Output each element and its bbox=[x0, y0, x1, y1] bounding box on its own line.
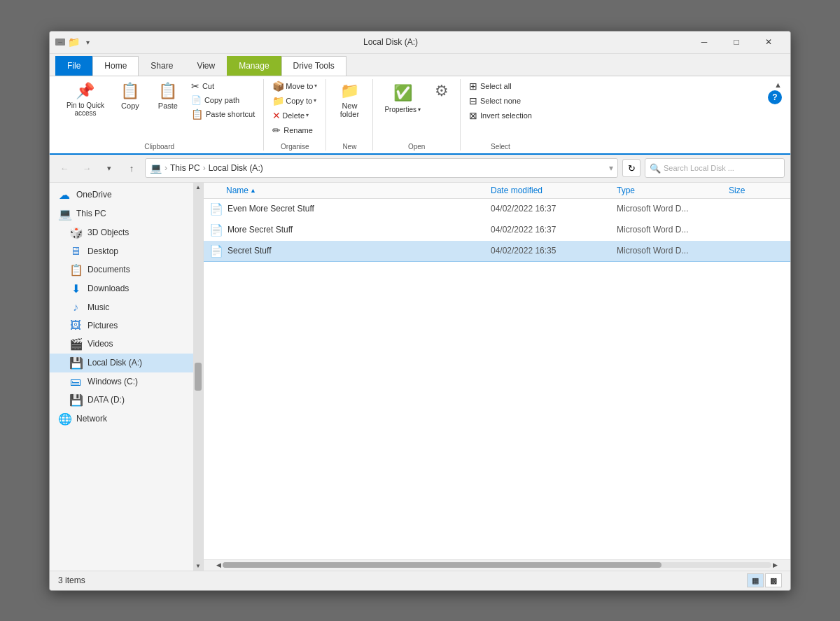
sidebar-item-downloads[interactable]: ⬇ Downloads bbox=[50, 279, 203, 298]
sidebar-item-windowsc[interactable]: 🖴 Windows (C:) bbox=[50, 372, 203, 391]
select-none-button[interactable]: ⊟ Select none bbox=[466, 94, 535, 108]
sidebar-item-music[interactable]: ♪ Music bbox=[50, 298, 203, 316]
col-header-size[interactable]: Size bbox=[729, 186, 785, 195]
help-button[interactable]: ? bbox=[768, 90, 782, 104]
hscroll-right-button[interactable]: ▶ bbox=[771, 561, 779, 568]
minimize-button[interactable]: ─ bbox=[688, 31, 720, 53]
file-type-2: Microsoft Word D... bbox=[617, 225, 729, 235]
open-content: ✅ Properties▾ ⚙ bbox=[379, 79, 454, 137]
delete-arrow-icon: ▾ bbox=[306, 112, 309, 118]
file-list: 📄 Even More Secret Stuff 04/02/2022 16:3… bbox=[204, 199, 790, 559]
col-header-name[interactable]: Name ▲ bbox=[209, 186, 491, 195]
sidebar-label-downloads: Downloads bbox=[88, 284, 129, 293]
delete-button[interactable]: ✕ Delete ▾ bbox=[270, 109, 320, 123]
properties-checkmark-icon: ✅ bbox=[393, 84, 412, 102]
sidebar-item-desktop[interactable]: 🖥 Desktop bbox=[50, 242, 203, 260]
new-folder-label: New folder bbox=[340, 102, 360, 118]
sidebar-item-onedrive[interactable]: ☁ OneDrive bbox=[50, 186, 203, 204]
status-bar: 3 items ▦ ▩ bbox=[50, 571, 790, 590]
invert-selection-button[interactable]: ⊠ Invert selection bbox=[466, 109, 535, 123]
maximize-button[interactable]: □ bbox=[720, 31, 752, 53]
properties-button[interactable]: ✅ Properties▾ bbox=[379, 79, 426, 116]
move-to-button[interactable]: 📦 Move to ▾ bbox=[270, 79, 320, 93]
select-all-button[interactable]: ⊞ Select all bbox=[466, 79, 535, 93]
pictures-icon: 🖼 bbox=[69, 319, 82, 332]
paste-shortcut-button[interactable]: 📋 Paste shortcut bbox=[188, 107, 258, 121]
forward-button[interactable]: → bbox=[78, 159, 96, 177]
titlebar-dropdown-arrow[interactable]: ▾ bbox=[82, 36, 93, 48]
hscroll-thumb[interactable] bbox=[223, 562, 662, 568]
col-header-date[interactable]: Date modified bbox=[491, 186, 617, 195]
cut-button[interactable]: ✂ Cut bbox=[188, 79, 258, 93]
table-row[interactable]: 📄 Even More Secret Stuff 04/02/2022 16:3… bbox=[204, 199, 790, 220]
window-icon: ─ bbox=[55, 39, 65, 46]
sidebar-scroll-up[interactable]: ▲ bbox=[195, 184, 201, 190]
copy-to-arrow-icon: ▾ bbox=[314, 97, 316, 104]
address-bar[interactable]: 💻 › This PC › Local Disk (A:) ▾ bbox=[145, 158, 618, 178]
table-row[interactable]: 📄 More Secret Stuff 04/02/2022 16:37 Mic… bbox=[204, 220, 790, 241]
sidebar-label-documents: Documents bbox=[88, 265, 130, 274]
network-icon: 🌐 bbox=[58, 412, 71, 426]
select-all-icon: ⊞ bbox=[469, 81, 477, 92]
breadcrumb-this-pc[interactable]: This PC bbox=[170, 163, 200, 173]
ribbon-collapse-button[interactable]: ▲ bbox=[774, 81, 782, 89]
tab-file[interactable]: File bbox=[55, 56, 92, 76]
organise-stack: 📦 Move to ▾ 📁 Copy to ▾ ✕ Delete ▾ bbox=[270, 79, 320, 137]
ribbon-group-organise: 📦 Move to ▾ 📁 Copy to ▾ ✕ Delete ▾ bbox=[264, 79, 326, 151]
open-extra-button[interactable]: ⚙ bbox=[429, 79, 454, 103]
col-header-type[interactable]: Type bbox=[617, 186, 729, 195]
up-button[interactable]: ↑ bbox=[122, 159, 141, 177]
back-button[interactable]: ← bbox=[55, 159, 74, 177]
pin-to-quick-access-button[interactable]: 📌 Pin to Quick access bbox=[61, 79, 110, 120]
sidebar-item-3dobjects[interactable]: 🎲 3D Objects bbox=[50, 223, 203, 242]
ribbon: 📌 Pin to Quick access 📋 Copy 📋 Paste ✂ bbox=[50, 76, 790, 155]
breadcrumb-local-disk[interactable]: Local Disk (A:) bbox=[209, 163, 263, 173]
status-item-count: 3 items bbox=[58, 575, 85, 585]
tab-share[interactable]: Share bbox=[139, 56, 185, 76]
tab-view[interactable]: View bbox=[185, 56, 227, 76]
sidebar-item-documents[interactable]: 📋 Documents bbox=[50, 260, 203, 279]
sidebar-label-thispc: This PC bbox=[76, 209, 106, 218]
copy-to-button[interactable]: 📁 Copy to ▾ bbox=[270, 94, 320, 108]
pin-label: Pin to Quick access bbox=[66, 102, 104, 117]
view-details-button[interactable]: ▦ bbox=[747, 573, 764, 587]
new-folder-icon: 📁 bbox=[340, 82, 359, 100]
sidebar-scroll-thumb[interactable] bbox=[195, 363, 202, 391]
titlebar-left-controls: ─ 📁 ▾ bbox=[55, 36, 93, 48]
sidebar-label-videos: Videos bbox=[88, 339, 113, 349]
hscroll-left-button[interactable]: ◀ bbox=[215, 561, 223, 568]
sidebar-item-localdiska[interactable]: 💾 Local Disk (A:) bbox=[50, 354, 203, 372]
paste-button[interactable]: 📋 Paste bbox=[150, 79, 186, 113]
downloads-icon: ⬇ bbox=[69, 282, 82, 295]
sidebar-item-thispc[interactable]: 💻 This PC bbox=[50, 204, 203, 223]
select-label: Select bbox=[466, 140, 535, 151]
select-none-icon: ⊟ bbox=[469, 95, 477, 106]
rename-button[interactable]: ✏ Rename bbox=[270, 123, 320, 137]
new-folder-button[interactable]: 📁 New folder bbox=[332, 79, 367, 121]
select-stack: ⊞ Select all ⊟ Select none ⊠ Invert sele… bbox=[466, 79, 535, 123]
sidebar-scroll-down[interactable]: ▼ bbox=[195, 563, 201, 569]
view-large-icons-button[interactable]: ▩ bbox=[765, 573, 782, 587]
sidebar-item-videos[interactable]: 🎬 Videos bbox=[50, 335, 203, 354]
search-bar[interactable]: 🔍 Search Local Disk ... bbox=[645, 158, 785, 178]
recent-locations-button[interactable]: ▾ bbox=[100, 159, 118, 177]
file-type-1: Microsoft Word D... bbox=[617, 204, 729, 214]
tab-manage[interactable]: Manage bbox=[227, 56, 281, 76]
clipboard-stack: ✂ Cut 📄 Copy path 📋 Paste shortcut bbox=[188, 79, 258, 121]
close-button[interactable]: ✕ bbox=[752, 31, 785, 53]
tab-home[interactable]: Home bbox=[92, 56, 139, 76]
copy-path-icon: 📄 bbox=[191, 95, 202, 105]
clipboard-label: Clipboard bbox=[61, 140, 258, 151]
tab-drive-tools[interactable]: Drive Tools bbox=[281, 56, 346, 76]
sidebar-item-datad[interactable]: 💾 DATA (D:) bbox=[50, 391, 203, 410]
organise-content: 📦 Move to ▾ 📁 Copy to ▾ ✕ Delete ▾ bbox=[270, 79, 320, 137]
sidebar-item-network[interactable]: 🌐 Network bbox=[50, 410, 203, 428]
refresh-button[interactable]: ↻ bbox=[622, 159, 640, 177]
copy-path-button[interactable]: 📄 Copy path bbox=[188, 94, 258, 106]
window-controls: ─ □ ✕ bbox=[688, 31, 785, 53]
thispc-icon: 💻 bbox=[58, 207, 71, 221]
sidebar-item-pictures[interactable]: 🖼 Pictures bbox=[50, 316, 203, 335]
hscroll-track[interactable] bbox=[223, 562, 771, 568]
table-row[interactable]: 📄 Secret Stuff 04/02/2022 16:35 Microsof… bbox=[204, 241, 790, 262]
copy-button[interactable]: 📋 Copy bbox=[113, 79, 148, 113]
